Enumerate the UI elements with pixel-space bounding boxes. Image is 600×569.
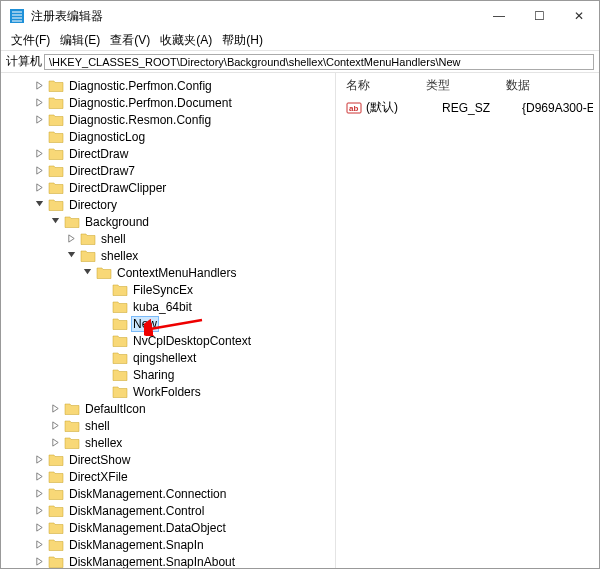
tree-item-label: Diagnostic.Perfmon.Document bbox=[67, 96, 234, 110]
tree-item[interactable]: New bbox=[5, 315, 335, 332]
tree-item-label: DiskManagement.SnapIn bbox=[67, 538, 206, 552]
menubar: 文件(F) 编辑(E) 查看(V) 收藏夹(A) 帮助(H) bbox=[1, 31, 599, 51]
svg-marker-9 bbox=[36, 167, 41, 174]
tree-item[interactable]: DiskManagement.Connection bbox=[5, 485, 335, 502]
tree-item[interactable]: DiskManagement.SnapInAbout bbox=[5, 553, 335, 568]
tree-item[interactable]: DirectDrawClipper bbox=[5, 179, 335, 196]
menu-file[interactable]: 文件(F) bbox=[7, 30, 54, 51]
folder-icon bbox=[64, 435, 80, 451]
chevron-right-icon[interactable] bbox=[33, 98, 45, 107]
chevron-right-icon[interactable] bbox=[33, 506, 45, 515]
tree-item[interactable]: DirectDraw7 bbox=[5, 162, 335, 179]
value-row[interactable]: ab(默认)REG_SZ{D969A300-E bbox=[336, 98, 599, 117]
chevron-right-icon[interactable] bbox=[33, 455, 45, 464]
tree-item[interactable]: shell bbox=[5, 230, 335, 247]
folder-icon bbox=[48, 537, 64, 553]
tree-item[interactable]: DirectShow bbox=[5, 451, 335, 468]
menu-view[interactable]: 查看(V) bbox=[106, 30, 154, 51]
tree-item[interactable]: ContextMenuHandlers bbox=[5, 264, 335, 281]
tree-item[interactable]: DiskManagement.SnapIn bbox=[5, 536, 335, 553]
chevron-right-icon[interactable] bbox=[33, 149, 45, 158]
tree-item[interactable]: Diagnostic.Perfmon.Config bbox=[5, 77, 335, 94]
tree-item[interactable]: DiskManagement.DataObject bbox=[5, 519, 335, 536]
chevron-down-icon[interactable] bbox=[49, 217, 61, 226]
svg-marker-18 bbox=[52, 439, 57, 446]
tree-item-label: DirectDraw bbox=[67, 147, 130, 161]
svg-marker-21 bbox=[36, 490, 41, 497]
tree-item[interactable]: shell bbox=[5, 417, 335, 434]
svg-marker-12 bbox=[51, 218, 58, 223]
tree-item[interactable]: DirectDraw bbox=[5, 145, 335, 162]
chevron-right-icon[interactable] bbox=[33, 183, 45, 192]
chevron-right-icon[interactable] bbox=[33, 81, 45, 90]
folder-icon bbox=[48, 452, 64, 468]
tree-item-label: Diagnostic.Resmon.Config bbox=[67, 113, 213, 127]
tree-item-label: WorkFolders bbox=[131, 385, 203, 399]
folder-icon bbox=[64, 401, 80, 417]
tree-item[interactable]: NvCplDesktopContext bbox=[5, 332, 335, 349]
tree-item[interactable]: shellex bbox=[5, 434, 335, 451]
svg-marker-23 bbox=[36, 524, 41, 531]
tree-item[interactable]: DiagnosticLog bbox=[5, 128, 335, 145]
menu-favorites[interactable]: 收藏夹(A) bbox=[156, 30, 216, 51]
tree-item-label: DiagnosticLog bbox=[67, 130, 147, 144]
tree-item-label: DirectDrawClipper bbox=[67, 181, 168, 195]
tree-item[interactable]: Background bbox=[5, 213, 335, 230]
minimize-button[interactable]: — bbox=[479, 1, 519, 31]
chevron-right-icon[interactable] bbox=[33, 115, 45, 124]
addressbar: 计算机 \HKEY_CLASSES_ROOT\Directory\Backgro… bbox=[1, 51, 599, 73]
chevron-right-icon[interactable] bbox=[33, 557, 45, 566]
tree-item[interactable]: Directory bbox=[5, 196, 335, 213]
tree-item[interactable]: qingshellext bbox=[5, 349, 335, 366]
tree-item[interactable]: Sharing bbox=[5, 366, 335, 383]
column-type[interactable]: 类型 bbox=[426, 77, 506, 94]
values-pane[interactable]: 名称 类型 数据 ab(默认)REG_SZ{D969A300-E bbox=[336, 73, 599, 568]
svg-marker-19 bbox=[36, 456, 41, 463]
svg-marker-14 bbox=[67, 252, 74, 257]
close-button[interactable]: ✕ bbox=[559, 1, 599, 31]
folder-icon bbox=[64, 418, 80, 434]
chevron-down-icon[interactable] bbox=[65, 251, 77, 260]
menu-help[interactable]: 帮助(H) bbox=[218, 30, 267, 51]
value-type: REG_SZ bbox=[442, 101, 522, 115]
chevron-right-icon[interactable] bbox=[33, 472, 45, 481]
column-name[interactable]: 名称 bbox=[346, 77, 426, 94]
folder-icon bbox=[80, 248, 96, 264]
tree-item-label: DirectShow bbox=[67, 453, 132, 467]
folder-icon bbox=[112, 282, 128, 298]
tree-item-label: shell bbox=[83, 419, 112, 433]
chevron-right-icon[interactable] bbox=[33, 166, 45, 175]
svg-marker-7 bbox=[36, 116, 41, 123]
tree-item[interactable]: WorkFolders bbox=[5, 383, 335, 400]
app-icon bbox=[9, 8, 25, 24]
chevron-right-icon[interactable] bbox=[65, 234, 77, 243]
chevron-down-icon[interactable] bbox=[33, 200, 45, 209]
tree-item[interactable]: shellex bbox=[5, 247, 335, 264]
chevron-right-icon[interactable] bbox=[49, 421, 61, 430]
address-path[interactable]: \HKEY_CLASSES_ROOT\Directory\Background\… bbox=[44, 54, 594, 70]
chevron-down-icon[interactable] bbox=[81, 268, 93, 277]
tree-item-label: Directory bbox=[67, 198, 119, 212]
tree-item[interactable]: FileSyncEx bbox=[5, 281, 335, 298]
tree-item[interactable]: DiskManagement.Control bbox=[5, 502, 335, 519]
tree-item[interactable]: DefaultIcon bbox=[5, 400, 335, 417]
menu-edit[interactable]: 编辑(E) bbox=[56, 30, 104, 51]
titlebar: 注册表编辑器 — ☐ ✕ bbox=[1, 1, 599, 31]
column-data[interactable]: 数据 bbox=[506, 77, 593, 94]
chevron-right-icon[interactable] bbox=[33, 523, 45, 532]
chevron-right-icon[interactable] bbox=[49, 438, 61, 447]
string-value-icon: ab bbox=[346, 100, 362, 116]
maximize-button[interactable]: ☐ bbox=[519, 1, 559, 31]
tree-item[interactable]: DirectXFile bbox=[5, 468, 335, 485]
chevron-right-icon[interactable] bbox=[49, 404, 61, 413]
svg-marker-16 bbox=[52, 405, 57, 412]
tree-pane[interactable]: Diagnostic.Perfmon.ConfigDiagnostic.Perf… bbox=[1, 73, 336, 568]
svg-text:ab: ab bbox=[349, 104, 358, 113]
chevron-right-icon[interactable] bbox=[33, 540, 45, 549]
chevron-right-icon[interactable] bbox=[33, 489, 45, 498]
tree-item[interactable]: Diagnostic.Resmon.Config bbox=[5, 111, 335, 128]
tree-item[interactable]: kuba_64bit bbox=[5, 298, 335, 315]
tree-item-label: qingshellext bbox=[131, 351, 198, 365]
tree-item-label: DiskManagement.DataObject bbox=[67, 521, 228, 535]
tree-item[interactable]: Diagnostic.Perfmon.Document bbox=[5, 94, 335, 111]
